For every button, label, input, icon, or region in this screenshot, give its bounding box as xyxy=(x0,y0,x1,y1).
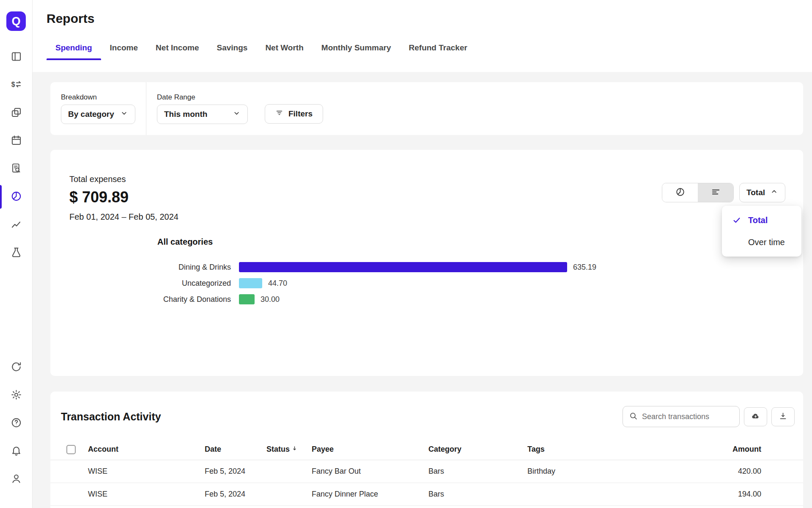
spending-bar-chart: All categories Dining & Drinks 635.19 Un… xyxy=(69,237,803,304)
cell-tags: Birthday xyxy=(527,467,694,476)
chart-row: Charity & Donations 30.00 xyxy=(69,294,803,304)
table-row[interactable]: WISE Feb 5, 2024 Fancy Dinner Place Bars… xyxy=(50,483,803,506)
chart-row: Dining & Drinks 635.19 xyxy=(69,262,803,272)
sidebar-item-accounts[interactable] xyxy=(0,103,33,123)
table-header-row: Account Date Status Payee Category Tags … xyxy=(50,439,803,460)
chart-view-controls: Total xyxy=(662,183,785,202)
column-header-category[interactable]: Category xyxy=(428,445,527,454)
table-row[interactable]: WISE Feb 5, 2024 Fancy Bar Out Bars Birt… xyxy=(50,460,803,483)
chart-bar-uncategorized xyxy=(239,278,262,288)
date-range-label: Date Range xyxy=(157,94,248,101)
breakdown-value: By category xyxy=(68,110,114,119)
bar-view-button[interactable] xyxy=(698,183,733,202)
download-button[interactable] xyxy=(771,407,795,426)
chart-value-label: 44.70 xyxy=(268,279,287,288)
aggregation-dropdown[interactable]: Total xyxy=(739,183,785,202)
app-screen: Q $ xyxy=(0,0,812,508)
download-icon xyxy=(779,411,787,422)
chevron-down-icon xyxy=(233,109,241,119)
column-header-date[interactable]: Date xyxy=(205,445,266,454)
sidebar-item-planning[interactable] xyxy=(0,243,33,263)
date-range-group: Date Range This month xyxy=(146,82,256,135)
tab-net-income[interactable]: Net Income xyxy=(147,38,208,60)
cloud-upload-button[interactable] xyxy=(744,407,767,426)
search-box xyxy=(623,406,740,427)
breakdown-label: Breakdown xyxy=(61,94,135,101)
sidebar-item-investments[interactable] xyxy=(0,215,33,235)
filter-bar: Breakdown By category Date Range This mo… xyxy=(50,82,803,135)
tab-monthly-summary[interactable]: Monthly Summary xyxy=(313,38,400,60)
search-icon xyxy=(629,411,638,422)
sidebar-item-reports-list[interactable] xyxy=(0,159,33,179)
spending-summary-card: Total expenses $ 709.89 Feb 01, 2024 – F… xyxy=(50,150,803,376)
pie-chart-icon xyxy=(11,190,22,204)
sort-down-icon xyxy=(291,445,298,454)
chart-category-label: Dining & Drinks xyxy=(69,263,231,272)
cell-category: Bars xyxy=(428,467,527,476)
cell-payee: Fancy Bar Out xyxy=(312,467,428,476)
sidebar-bottom-nav xyxy=(0,350,33,489)
date-range-dropdown[interactable]: This month xyxy=(157,105,248,124)
tab-refund-tracker[interactable]: Refund Tracker xyxy=(400,38,476,60)
column-header-amount[interactable]: Amount xyxy=(694,445,761,454)
pie-view-button[interactable] xyxy=(662,183,698,202)
transaction-title: Transaction Activity xyxy=(61,411,161,423)
tab-net-worth[interactable]: Net Worth xyxy=(256,38,312,60)
column-header-account[interactable]: Account xyxy=(88,445,205,454)
transactions-icon: $ xyxy=(11,79,22,92)
chart-category-label: Charity & Donations xyxy=(69,295,231,304)
sidebar-item-transactions[interactable]: $ xyxy=(0,75,33,95)
column-header-payee[interactable]: Payee xyxy=(312,445,428,454)
transaction-table: Account Date Status Payee Category Tags … xyxy=(50,439,803,508)
dashboard-icon xyxy=(11,51,22,64)
sidebar-item-profile[interactable] xyxy=(0,469,33,489)
check-icon xyxy=(732,215,741,225)
gear-icon xyxy=(11,389,22,402)
filters-button[interactable]: Filters xyxy=(265,104,323,124)
table-row[interactable]: WISE Feb 5, 2024 Potato Store Uncategori… xyxy=(50,506,803,508)
sidebar: Q $ xyxy=(0,0,33,508)
menu-item-total-label: Total xyxy=(748,215,768,225)
filter-icon xyxy=(275,109,283,119)
date-range-value: This month xyxy=(164,110,207,119)
sidebar-item-settings[interactable] xyxy=(0,385,33,406)
sidebar-item-notifications[interactable] xyxy=(0,441,33,461)
search-input[interactable] xyxy=(642,412,733,421)
pie-chart-icon xyxy=(675,187,685,198)
column-header-tags[interactable]: Tags xyxy=(527,445,694,454)
breakdown-dropdown[interactable]: By category xyxy=(61,105,135,124)
breakdown-group: Breakdown By category xyxy=(50,82,146,135)
sidebar-item-reports[interactable] xyxy=(0,187,33,207)
report-search-icon xyxy=(11,163,22,176)
column-header-status[interactable]: Status xyxy=(266,445,312,454)
chart-title: All categories xyxy=(157,237,213,247)
cell-payee: Fancy Dinner Place xyxy=(312,490,428,499)
menu-item-over-time[interactable]: Over time xyxy=(722,231,801,253)
app-logo[interactable]: Q xyxy=(6,11,26,31)
column-header-status-label: Status xyxy=(266,445,290,454)
select-all-checkbox[interactable] xyxy=(66,445,76,454)
sidebar-item-calendar[interactable] xyxy=(0,131,33,151)
transaction-header: Transaction Activity xyxy=(50,406,803,427)
tab-savings[interactable]: Savings xyxy=(208,38,257,60)
transaction-tools xyxy=(623,406,795,427)
menu-item-over-time-label: Over time xyxy=(748,237,785,247)
cell-date: Feb 5, 2024 xyxy=(205,467,266,476)
sidebar-item-refresh[interactable] xyxy=(0,357,33,378)
sidebar-item-dashboard[interactable] xyxy=(0,47,33,67)
cell-category: Bars xyxy=(428,490,527,499)
chart-rows: Dining & Drinks 635.19 Uncategorized 44.… xyxy=(69,262,803,304)
chevron-up-icon xyxy=(770,188,778,198)
menu-item-total[interactable]: Total xyxy=(722,209,801,231)
aggregation-value: Total xyxy=(746,188,765,197)
cell-date: Feb 5, 2024 xyxy=(205,490,266,499)
tab-spending[interactable]: Spending xyxy=(47,38,101,60)
sidebar-item-help[interactable] xyxy=(0,413,33,433)
calendar-icon xyxy=(11,135,22,148)
report-tabs: Spending Income Net Income Savings Net W… xyxy=(47,38,812,60)
bell-icon xyxy=(11,445,22,458)
line-chart-icon xyxy=(11,218,22,232)
chart-value-label: 30.00 xyxy=(261,295,280,304)
chart-category-label: Uncategorized xyxy=(69,279,231,288)
tab-income[interactable]: Income xyxy=(101,38,147,60)
